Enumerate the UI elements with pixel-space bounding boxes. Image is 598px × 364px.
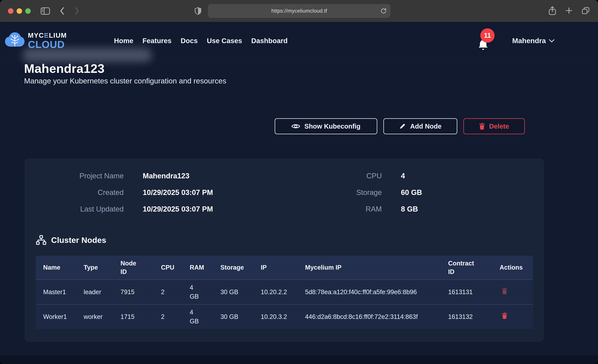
- brand-logo[interactable]: MYCELIUM CLOUD: [4, 31, 67, 51]
- ram-value: 8 GB: [401, 205, 418, 213]
- trash-icon: [502, 288, 507, 294]
- col-header-name: Name: [36, 256, 76, 280]
- info-row-created: Created 10/29/2025 03:07 PM: [36, 188, 284, 197]
- ram-label: RAM: [284, 205, 382, 213]
- col-header-cpu: CPU: [154, 256, 183, 280]
- add-node-button[interactable]: Add Node: [383, 118, 457, 134]
- project-name-label: Project Name: [36, 172, 124, 180]
- chrome-right-icons: [548, 0, 590, 22]
- project-name-value: Mahendra123: [143, 172, 189, 180]
- minimize-window-button[interactable]: [17, 8, 22, 14]
- notifications-button[interactable]: 11: [478, 39, 489, 52]
- new-tab-icon[interactable]: [565, 7, 573, 15]
- cell-ram: 4 GB: [183, 280, 213, 305]
- nav-right: 11 Mahendra: [478, 30, 555, 52]
- delete-cluster-button[interactable]: Delete: [463, 118, 525, 134]
- cluster-details-panel: Project Name Mahendra123 Created 10/29/2…: [25, 158, 544, 342]
- nav-link-features[interactable]: Features: [142, 37, 171, 45]
- brand-text: MYCELIUM CLOUD: [28, 32, 67, 50]
- eye-icon: [291, 123, 300, 129]
- info-row-ram: RAM 8 GB: [284, 205, 533, 213]
- table-row: Master1 leader 7915 2 4 GB 30 GB 10.20.2…: [36, 280, 533, 305]
- page-title: Mahendra123: [24, 61, 105, 76]
- close-window-button[interactable]: [8, 8, 13, 14]
- window-controls: [8, 8, 31, 14]
- col-header-mycelium-ip: Mycelium IP: [298, 256, 441, 280]
- delete-node-button[interactable]: [499, 312, 508, 319]
- info-column-left: Project Name Mahendra123 Created 10/29/2…: [36, 172, 284, 222]
- cell-ip: 10.20.2.2: [253, 280, 298, 305]
- cell-contract-id: 1613131: [441, 280, 492, 305]
- cpu-value: 4: [401, 172, 405, 180]
- chevron-down-icon: [549, 39, 555, 43]
- mycelium-cloud-logo-icon: [4, 31, 25, 51]
- cell-node-id: 1715: [113, 305, 154, 329]
- back-button[interactable]: [59, 0, 66, 22]
- share-icon[interactable]: [548, 6, 556, 16]
- cluster-nodes-table: Name Type Node ID CPU RAM Storage IP Myc…: [36, 256, 533, 329]
- url-text: https://myceliumcloud.tf: [271, 8, 327, 14]
- nav-link-use-cases[interactable]: Use Cases: [207, 37, 242, 45]
- storage-label: Storage: [284, 188, 382, 197]
- footer-band: [0, 355, 598, 364]
- last-updated-value: 10/29/2025 03:07 PM: [143, 205, 213, 213]
- col-header-storage: Storage: [213, 256, 253, 280]
- brand-line2: CLOUD: [28, 40, 67, 50]
- info-row-project-name: Project Name Mahendra123: [36, 172, 284, 180]
- tab-overview-icon[interactable]: [582, 7, 590, 15]
- last-updated-label: Last Updated: [36, 205, 124, 213]
- notification-count-badge: 11: [480, 28, 495, 43]
- cell-contract-id: 1613132: [441, 305, 492, 329]
- show-kubeconfig-button[interactable]: Show Kubeconfig: [275, 118, 377, 134]
- delete-node-button[interactable]: [499, 288, 508, 294]
- col-header-type: Type: [76, 256, 113, 280]
- cell-name: Worker1: [36, 305, 76, 329]
- cell-storage: 30 GB: [213, 305, 253, 329]
- created-label: Created: [36, 188, 124, 197]
- cell-ip: 10.20.3.2: [253, 305, 298, 329]
- col-header-actions: Actions: [492, 256, 533, 280]
- cluster-actions: Show Kubeconfig Add Node Delete: [275, 118, 525, 134]
- sidebar-toggle-icon[interactable]: [41, 0, 50, 22]
- col-header-ip: IP: [253, 256, 298, 280]
- cell-ram: 4 GB: [183, 305, 213, 329]
- forward-button[interactable]: [74, 0, 80, 22]
- hierarchy-icon: [36, 235, 46, 245]
- col-header-contract-id: Contract ID: [441, 256, 492, 280]
- address-bar[interactable]: https://myceliumcloud.tf: [208, 4, 390, 18]
- cell-node-id: 7915: [113, 280, 154, 305]
- info-row-cpu: CPU 4: [284, 172, 533, 180]
- table-row: Worker1 worker 1715 2 4 GB 30 GB 10.20.3…: [36, 305, 533, 329]
- cell-cpu: 2: [154, 280, 183, 305]
- cell-storage: 30 GB: [213, 280, 253, 305]
- storage-value: 60 GB: [401, 188, 422, 197]
- brand-line1: MYCELIUM: [28, 32, 67, 39]
- reload-icon[interactable]: [380, 7, 387, 15]
- page-subtitle: Manage your Kubernetes cluster configura…: [24, 77, 226, 85]
- cell-cpu: 2: [154, 305, 183, 329]
- col-header-ram: RAM: [183, 256, 213, 280]
- created-value: 10/29/2025 03:07 PM: [143, 188, 213, 197]
- fullscreen-window-button[interactable]: [25, 8, 31, 14]
- cell-type: leader: [76, 280, 113, 305]
- top-navbar: MYCELIUM CLOUD Home Features Docs Use Ca…: [0, 22, 598, 60]
- page-viewport: Mahendra123 Manage your Kubernetes clust…: [0, 22, 598, 364]
- nav-link-docs[interactable]: Docs: [181, 37, 198, 45]
- table-header-row: Name Type Node ID CPU RAM Storage IP Myc…: [36, 256, 533, 280]
- cluster-nodes-title: Cluster Nodes: [51, 235, 106, 245]
- info-row-last-updated: Last Updated 10/29/2025 03:07 PM: [36, 205, 284, 213]
- privacy-shield-icon[interactable]: [195, 0, 201, 22]
- trash-icon: [479, 123, 485, 130]
- nav-link-dashboard[interactable]: Dashboard: [251, 37, 288, 45]
- cell-mycelium-ip: 446:d2a6:8bcd:8c16:ff0f:72e2:3114:863f: [298, 305, 441, 329]
- browser-chrome: https://myceliumcloud.tf: [0, 0, 598, 22]
- user-menu[interactable]: Mahendra: [512, 37, 555, 45]
- delete-label: Delete: [489, 123, 509, 130]
- add-node-label: Add Node: [410, 123, 441, 130]
- nav-links: Home Features Docs Use Cases Dashboard: [114, 37, 288, 45]
- cell-actions: [492, 280, 533, 305]
- show-kubeconfig-label: Show Kubeconfig: [304, 123, 360, 130]
- col-header-node-id: Node ID: [113, 256, 154, 280]
- cell-type: worker: [76, 305, 113, 329]
- nav-link-home[interactable]: Home: [114, 37, 133, 45]
